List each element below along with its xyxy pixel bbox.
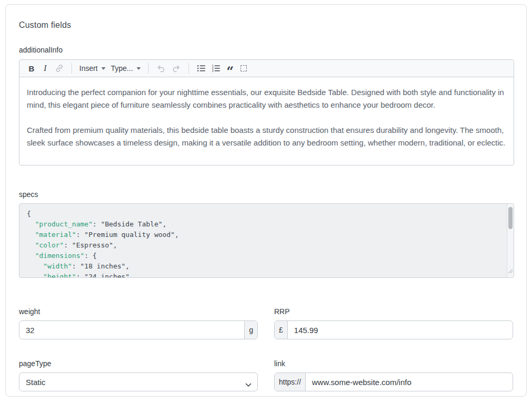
- page-type-select-wrap: Static: [19, 372, 258, 391]
- custom-fields-card: Custom fields additionalInfo B I: [5, 4, 527, 397]
- link-field: link https://: [274, 359, 513, 391]
- rrp-field: RRP £: [274, 307, 513, 339]
- weight-rrp-row: weight g RRP £: [19, 307, 513, 339]
- chevron-down-icon: [101, 67, 106, 70]
- dashed-box-icon: [241, 65, 247, 71]
- weight-input-group: g: [19, 320, 258, 339]
- editor-toolbar: B I Insert Typ: [19, 60, 514, 77]
- specs-label: specs: [19, 190, 513, 199]
- blockquote-button[interactable]: “: [223, 61, 237, 75]
- bullet-list-icon: [196, 64, 206, 73]
- undo-icon: [156, 64, 166, 74]
- rrp-input-group: £: [274, 320, 513, 339]
- editor-content[interactable]: Introducing the perfect companion for yo…: [19, 77, 514, 165]
- weight-label: weight: [19, 307, 258, 316]
- toolbar-divider: [148, 63, 149, 74]
- scrollbar-track[interactable]: [507, 204, 514, 277]
- editor-paragraph: Introducing the perfect companion for yo…: [27, 86, 506, 111]
- rich-text-editor: B I Insert Typ: [19, 59, 514, 165]
- blockquote-icon: “: [226, 63, 234, 74]
- rrp-input[interactable]: [288, 321, 513, 339]
- chevron-down-icon: [137, 67, 141, 70]
- toolbar-divider: [71, 63, 72, 74]
- insert-dropdown-label: Insert: [79, 64, 98, 72]
- specs-section: specs { "product_name": "Bedside Table",…: [19, 190, 513, 278]
- rrp-label: RRP: [274, 307, 513, 316]
- svg-text:3: 3: [212, 69, 213, 72]
- protocol-addon: https://: [275, 373, 306, 391]
- link-label: link: [274, 359, 513, 368]
- link-input-group: https://: [274, 372, 513, 391]
- link-icon: [55, 64, 64, 73]
- ordered-list-icon: 1 2 3: [211, 64, 221, 73]
- scrollbar-thumb[interactable]: [508, 207, 513, 229]
- resize-handle-icon[interactable]: [507, 266, 513, 277]
- link-button[interactable]: [52, 61, 67, 75]
- pagetype-link-row: pageType Static link https://: [19, 359, 513, 391]
- ordered-list-button[interactable]: 1 2 3: [208, 61, 223, 75]
- specs-textarea[interactable]: { "product_name": "Bedside Table", "mate…: [19, 203, 514, 278]
- frame-button[interactable]: [237, 61, 251, 75]
- weight-input[interactable]: [19, 321, 244, 339]
- page-type-select[interactable]: Static: [19, 372, 258, 391]
- page-type-label: pageType: [19, 359, 258, 368]
- additional-info-label: additionalInfo: [19, 46, 513, 54]
- insert-dropdown[interactable]: Insert: [77, 61, 108, 75]
- bullet-list-button[interactable]: [194, 61, 208, 75]
- currency-addon: £: [275, 321, 288, 339]
- page-type-field: pageType Static: [19, 359, 258, 391]
- redo-icon: [171, 64, 181, 74]
- bold-button[interactable]: B: [25, 61, 38, 75]
- card-title: Custom fields: [19, 20, 513, 30]
- redo-button[interactable]: [169, 61, 184, 75]
- weight-unit-addon: g: [244, 321, 257, 339]
- toolbar-divider: [189, 63, 189, 74]
- editor-paragraph: Crafted from premium quality materials, …: [27, 124, 506, 149]
- undo-button[interactable]: [153, 61, 169, 75]
- type-dropdown[interactable]: Type...: [108, 61, 143, 75]
- type-dropdown-label: Type...: [111, 64, 133, 72]
- specs-code: { "product_name": "Bedside Table", "mate…: [27, 209, 500, 278]
- weight-field: weight g: [19, 307, 258, 339]
- additional-info-section: additionalInfo B I Insert: [19, 46, 513, 165]
- link-input[interactable]: [306, 373, 513, 391]
- italic-button[interactable]: I: [38, 61, 52, 75]
